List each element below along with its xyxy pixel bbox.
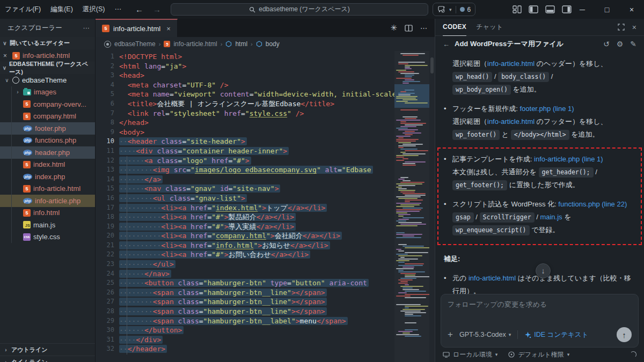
- file-link[interactable]: footer.php (line 1): [519, 105, 574, 113]
- ide-context-toggle[interactable]: IDE コンテキスト: [524, 330, 588, 339]
- code-line-7[interactable]: 7 <link rel="stylesheet" href="style.css…: [96, 109, 394, 119]
- file-link[interactable]: main.js: [540, 213, 562, 221]
- code-line-22[interactable]: 22··········<li><a href="#">お問い合わせ</a></…: [96, 250, 394, 260]
- file-row-index.php[interactable]: phpindex.php: [0, 171, 95, 183]
- tab-chat[interactable]: チャット: [476, 19, 503, 36]
- file-link[interactable]: functions.php (line 22): [558, 200, 627, 208]
- model-selector[interactable]: GPT-5.3-Codex ▾: [459, 331, 511, 338]
- workspace-section[interactable]: ∨ EDBASETHEME (ワークスペース): [0, 62, 95, 74]
- file-link[interactable]: info-article.html: [487, 117, 535, 125]
- history-icon[interactable]: ↺: [603, 40, 610, 48]
- file-row-header.php[interactable]: phpheader.php: [0, 146, 95, 159]
- code-line-11[interactable]: 11····<div class="container header-inner…: [96, 146, 394, 156]
- new-thread-icon[interactable]: ✎: [630, 40, 636, 48]
- breadcrumb-project[interactable]: edbaseTheme: [114, 40, 156, 48]
- code-line-1[interactable]: 1<!DOCTYPE html>: [96, 52, 394, 62]
- open-editors-section[interactable]: ∨ 開いているエディター: [0, 37, 95, 49]
- code-line-20[interactable]: 20··········<li><a href="company.html">会…: [96, 231, 394, 241]
- tab-codex[interactable]: CODEX: [443, 19, 466, 36]
- scroll-to-bottom-button[interactable]: ↓: [536, 263, 551, 278]
- toggle-panel-icon[interactable]: [545, 5, 555, 13]
- menu-selection[interactable]: 選択(S): [78, 0, 110, 19]
- file-row-info.html[interactable]: 5info.html: [0, 207, 95, 219]
- toggle-primary-sidebar-icon[interactable]: [529, 5, 538, 13]
- minimap[interactable]: [394, 51, 429, 362]
- expand-panel-icon[interactable]: [618, 24, 625, 31]
- code-line-28[interactable]: 28········<span class="hamburger-btn__li…: [96, 307, 394, 316]
- tab-info-article-html[interactable]: 5 info-article.html ×: [96, 19, 178, 37]
- code-line-31[interactable]: 31····</div>: [96, 335, 394, 345]
- chatgpt-icon[interactable]: ✳: [390, 23, 397, 33]
- menu-more[interactable]: ⋯: [109, 0, 126, 19]
- breadcrumb-html[interactable]: html: [235, 40, 247, 48]
- file-link[interactable]: info-article.html: [487, 60, 535, 68]
- breadcrumb-body[interactable]: body: [266, 40, 280, 48]
- code-line-2[interactable]: 2<html lang="ja">: [96, 62, 394, 71]
- menu-edit[interactable]: 編集(E): [46, 0, 78, 19]
- file-row-footer.php[interactable]: phpfooter.php: [0, 122, 95, 135]
- close-button[interactable]: ×: [619, 0, 644, 19]
- code-line-14[interactable]: 14······</a>: [96, 175, 394, 184]
- code-line-17[interactable]: 17··········<li><a href="index.html">トップ…: [96, 203, 394, 213]
- copilot-widget[interactable]: ▾ 6: [433, 3, 475, 16]
- split-editor-icon[interactable]: [405, 25, 413, 32]
- file-row-style.css[interactable]: cssstyle.css: [0, 231, 95, 243]
- code-line-6[interactable]: 6 <title>会社概要 | オンラインスクール基盤Edbase</title…: [96, 99, 394, 109]
- code-line-27[interactable]: 27········<span class="hamburger-btn__li…: [96, 297, 394, 307]
- forward-arrow-icon[interactable]: →: [153, 5, 161, 14]
- environment-selector[interactable]: ローカル環境 ▾: [443, 350, 497, 359]
- explorer-more-actions[interactable]: ···: [83, 24, 90, 32]
- file-row-functions.php[interactable]: phpfunctions.php: [0, 135, 95, 147]
- permission-selector[interactable]: デフォルト権限 ▾: [508, 350, 569, 359]
- back-arrow-icon[interactable]: ←: [135, 5, 143, 14]
- settings-gear-icon[interactable]: ⚙: [617, 40, 624, 48]
- code-line-29[interactable]: 29········<span class="hamburger-btn__la…: [96, 316, 394, 326]
- file-row-info-article.php[interactable]: phpinfo-article.php: [0, 195, 95, 207]
- file-row-info-article.html[interactable]: 5info-article.html: [0, 183, 95, 195]
- code-line-18[interactable]: 18··········<li><a href="#">製品紹介</a></li…: [96, 212, 394, 222]
- back-icon[interactable]: ←: [443, 40, 450, 48]
- tab-close-icon[interactable]: ×: [166, 25, 171, 33]
- code-line-30[interactable]: 30······</button>: [96, 326, 394, 335]
- code-line-21[interactable]: 21··········<li><a href="info.html">お知らせ…: [96, 241, 394, 250]
- code-line-26[interactable]: 26········<span class="hamburger-btn__li…: [96, 288, 394, 298]
- send-button[interactable]: ↑: [617, 327, 632, 342]
- outline-section[interactable]: › アウトライン: [0, 343, 95, 356]
- code-line-32[interactable]: 32··</header>: [96, 344, 394, 354]
- attach-plus-icon[interactable]: +: [448, 329, 453, 340]
- code-line-3[interactable]: 3<head>: [96, 71, 394, 80]
- menu-file[interactable]: ファイル(F): [0, 0, 46, 19]
- code-line-9[interactable]: 9<body>: [96, 128, 394, 137]
- code-line-4[interactable]: 4 <meta charset="UTF-8" />: [96, 80, 394, 90]
- command-center-search[interactable]: edbasetheme (ワークスペース): [171, 3, 428, 16]
- file-row-company-overv...[interactable]: 5company-overv...: [0, 98, 95, 110]
- code-line-16[interactable]: 16········<ul class="gnav-list">: [96, 194, 394, 203]
- code-line-23[interactable]: 23········</ul>: [96, 260, 394, 269]
- customize-layout-icon[interactable]: [513, 5, 522, 13]
- file-row-company.html[interactable]: 5company.html: [0, 110, 95, 123]
- file-link[interactable]: info-article.html: [469, 274, 516, 282]
- file-row-images[interactable]: ›images: [0, 86, 95, 99]
- close-panel-icon[interactable]: ×: [632, 23, 636, 32]
- code-line-8[interactable]: 8</head>: [96, 118, 394, 128]
- code-line-12[interactable]: 12······<a class="logo" href="#">: [96, 156, 394, 166]
- close-icon[interactable]: ×: [3, 52, 10, 60]
- file-row-index.html[interactable]: 5index.html: [0, 159, 95, 171]
- code-line-24[interactable]: 24······</nav>: [96, 269, 394, 279]
- followup-input[interactable]: [448, 300, 632, 321]
- code-line-15[interactable]: 15······<nav class="gnav" id="site-nav">: [96, 184, 394, 194]
- editor-more-actions-icon[interactable]: ⋯: [420, 24, 427, 32]
- file-row-edbaseTheme[interactable]: ∨edbaseTheme: [0, 74, 95, 86]
- code-line-13[interactable]: 13········<img src="images/logo_edbaseco…: [96, 165, 394, 175]
- maximize-button[interactable]: □: [595, 0, 619, 19]
- timeline-section[interactable]: › タイムライン: [0, 356, 95, 362]
- code-line-10[interactable]: 10··<header class="site-header">: [96, 137, 394, 146]
- minimize-button[interactable]: ─: [570, 0, 595, 19]
- editor-scrollbar[interactable]: [429, 51, 435, 362]
- code-line-5[interactable]: 5 <meta name="viewport" content="width=d…: [96, 90, 394, 99]
- file-link[interactable]: info-article.php (line 1): [534, 155, 603, 163]
- code-line-19[interactable]: 19··········<li><a href="#">導入実績</a></li…: [96, 222, 394, 232]
- breadcrumb-file[interactable]: info-article.html: [173, 40, 217, 48]
- code-editor[interactable]: 1<!DOCTYPE html>2<html lang="ja">3<head>…: [96, 51, 435, 362]
- file-row-main.js[interactable]: JSmain.js: [0, 219, 95, 231]
